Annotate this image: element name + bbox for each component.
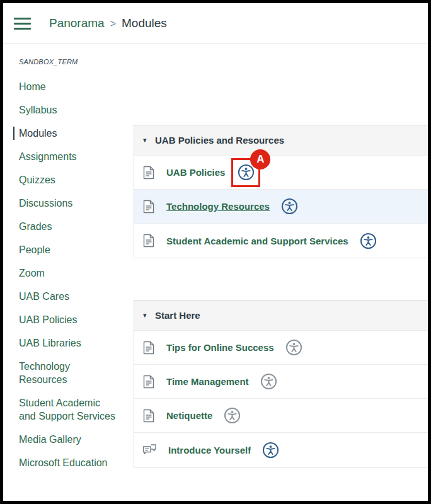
module-item-link[interactable]: Tips for Online Success [166,342,274,353]
course-nav-list: Home Syllabus Modules Assignments Quizze… [19,80,116,469]
callout-box: A [231,158,260,187]
sidebar-link-modules[interactable]: Modules [19,127,57,140]
module-item-row: Technology Resources [134,190,428,224]
module-item-row: Introduce Yourself [134,433,428,467]
module-item-row: Student Academic and Support Services [134,224,428,258]
sidebar-link-assignments[interactable]: Assignments [19,150,77,163]
sidebar-item-uab-cares: UAB Cares [19,290,116,303]
breadcrumb: Panorama > Modules [49,16,167,30]
app-window: Panorama > Modules SANDBOX_TERM Home Syl… [0,0,431,504]
discussion-icon [142,444,157,457]
page-icon [142,166,155,180]
accessibility-icon[interactable] [224,407,241,424]
hamburger-menu-icon[interactable] [14,18,31,30]
sidebar-item-assignments: Assignments [19,150,116,163]
page-icon [142,409,155,423]
sidebar-link-discussions[interactable]: Discussions [19,197,72,210]
sidebar-link-quizzes[interactable]: Quizzes [19,173,55,186]
accessibility-icon[interactable] [360,232,377,249]
modules-content-area: UAB Policies and Resources UAB Policies … [134,44,428,467]
module-item-link[interactable]: Introduce Yourself [168,445,251,455]
course-navigation-sidebar: SANDBOX_TERM Home Syllabus Modules Assig… [3,44,134,479]
sidebar-item-uab-libraries: UAB Libraries [19,336,116,350]
sidebar-item-modules: Modules [13,127,116,140]
module-header[interactable]: UAB Policies and Resources [134,125,428,156]
module-item-link[interactable]: Technology Resources [166,201,270,212]
accessibility-icon[interactable] [285,339,302,356]
module-start-here: Start Here Tips for Online Success [134,300,428,467]
sidebar-item-zoom: Zoom [19,266,116,280]
module-item-row: Netiquette [134,399,428,433]
module-title: UAB Policies and Resources [155,135,284,146]
module-item-link[interactable]: Student Academic and Support Services [166,236,348,246]
sidebar-item-people: People [19,243,116,256]
sidebar-item-uab-policies: UAB Policies [19,313,116,326]
sidebar-link-people[interactable]: People [19,243,50,256]
accessibility-icon[interactable] [260,373,277,390]
module-item-link[interactable]: UAB Policies [166,167,225,178]
sidebar-item-student-academic-support: Student Academic and Support Services [19,396,116,423]
callout-badge-a: A [250,149,270,169]
term-label: SANDBOX_TERM [19,58,116,66]
collapse-triangle-icon[interactable] [143,311,149,319]
sidebar-link-grades[interactable]: Grades [19,220,52,233]
accessibility-icon[interactable] [262,442,279,459]
sidebar-item-discussions: Discussions [19,197,116,210]
sidebar-link-uab-policies[interactable]: UAB Policies [19,313,77,326]
sidebar-item-media-gallery: Media Gallery [19,433,116,446]
breadcrumb-course-link[interactable]: Panorama [49,16,105,30]
sidebar-item-syllabus: Syllabus [19,103,116,117]
sidebar-link-zoom[interactable]: Zoom [19,266,45,280]
sidebar-item-microsoft-education: Microsoft Education [19,456,116,469]
sidebar-link-uab-libraries[interactable]: UAB Libraries [19,336,81,350]
collapse-triangle-icon[interactable] [143,136,149,144]
breadcrumb-separator: > [110,18,116,30]
accessibility-icon[interactable] [238,164,255,181]
sidebar-link-uab-cares[interactable]: UAB Cares [19,290,69,303]
module-item-row: UAB Policies A [134,156,428,190]
module-item-row: Time Management [134,365,428,399]
sidebar-link-technology-resources[interactable]: Technology Resources [19,360,116,386]
page-icon [142,375,155,389]
module-uab-policies-and-resources: UAB Policies and Resources UAB Policies … [134,125,428,258]
sidebar-item-quizzes: Quizzes [19,173,116,186]
page-icon [142,234,155,248]
sidebar-link-student-academic-support[interactable]: Student Academic and Support Services [19,396,116,423]
module-item-link[interactable]: Netiquette [166,410,212,421]
top-navigation-bar: Panorama > Modules [3,3,428,43]
module-item-row: Tips for Online Success [134,331,428,365]
module-header[interactable]: Start Here [134,301,428,331]
sidebar-link-media-gallery[interactable]: Media Gallery [19,433,81,446]
sidebar-item-technology-resources: Technology Resources [19,360,116,386]
sidebar-link-syllabus[interactable]: Syllabus [19,103,57,117]
sidebar-item-grades: Grades [19,220,116,233]
sidebar-link-home[interactable]: Home [19,80,46,93]
breadcrumb-current-page: Modules [122,16,167,30]
accessibility-icon[interactable] [281,198,298,215]
module-title: Start Here [155,310,200,321]
page-icon [142,200,155,214]
module-item-link[interactable]: Time Management [166,376,249,387]
sidebar-link-microsoft-education[interactable]: Microsoft Education [19,456,108,469]
page-icon [142,341,155,355]
sidebar-item-home: Home [19,80,116,93]
